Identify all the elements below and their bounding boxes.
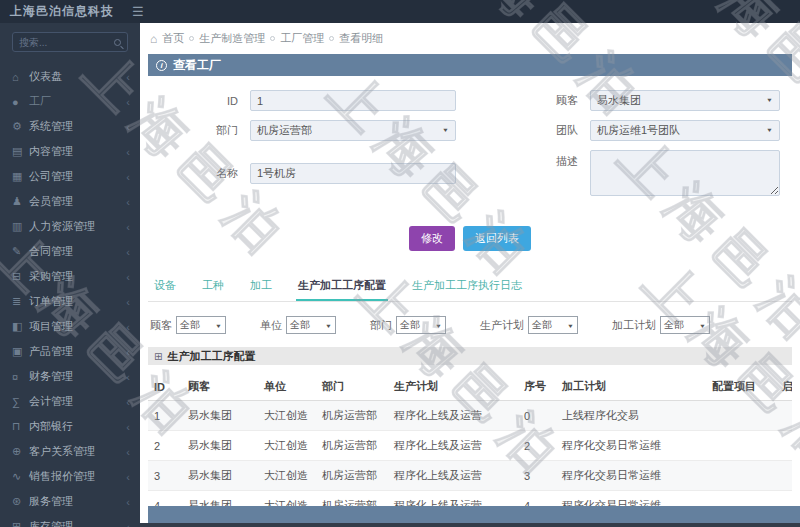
breadcrumb-separator-icon — [189, 36, 194, 41]
sidebar-item[interactable]: ⌂ 仪表盘 ‹ — [0, 64, 140, 89]
sidebar: ⌂ 仪表盘 ‹ ● 工厂 ‹ ⚙ 系统管理 ‹ ▤ 内容管理 ‹ — [0, 23, 140, 527]
sidebar-item-label: 财务管理 — [29, 369, 126, 384]
sidebar-item[interactable]: ▤ 内容管理 ‹ — [0, 139, 140, 164]
back-to-list-button[interactable]: 返回列表 — [463, 226, 531, 251]
filter-select[interactable]: 全部 ▼ — [286, 316, 336, 334]
sidebar-item[interactable]: ⊕ 客户关系管理 ‹ — [0, 439, 140, 464]
sidebar-item[interactable]: ▣ 产品管理 ‹ — [0, 339, 140, 364]
tab[interactable]: 生产加工工序执行日志 — [410, 275, 524, 301]
sidebar-item[interactable]: ≣ 订单管理 ‹ — [0, 289, 140, 314]
caret-down-icon: ▼ — [567, 322, 574, 328]
caret-down-icon: ▼ — [442, 128, 449, 134]
chevron-left-icon: ‹ — [126, 246, 130, 258]
name-input[interactable] — [250, 163, 456, 184]
filter-bar: 顾客 全部 ▼ 单位 全部 ▼ 部门 — [150, 316, 792, 334]
cell-production-plan: 程序化上线及运营 — [388, 461, 518, 491]
sidebar-item-label: 项目管理 — [29, 319, 126, 334]
table-body: 1 易水集团 大江创造 机房运营部 程序化上线及运营 0 上线程序化交易 2 易… — [148, 401, 792, 521]
tab[interactable]: 加工 — [248, 275, 274, 301]
id-label: ID — [150, 95, 238, 107]
sidebar-item[interactable]: ∿ 销售报价管理 ‹ — [0, 464, 140, 489]
quote-icon: ∿ — [12, 470, 29, 483]
sidebar-item[interactable]: ◧ 项目管理 ‹ — [0, 314, 140, 339]
chevron-left-icon: ‹ — [126, 221, 130, 233]
table-section-header: ⊞ 生产加工工序配置 — [148, 347, 792, 365]
chevron-left-icon: ‹ — [126, 346, 130, 358]
hr-icon: ▥ — [12, 220, 29, 233]
customer-select[interactable]: 易水集团 ▼ — [590, 90, 780, 111]
breadcrumb-factory[interactable]: 工厂管理 — [280, 31, 324, 46]
department-value: 机房运营部 — [257, 123, 312, 138]
service-icon: ⊛ — [12, 495, 29, 508]
search-input[interactable] — [19, 37, 114, 48]
tab[interactable]: 工种 — [200, 275, 226, 301]
chevron-left-icon: ‹ — [126, 446, 130, 458]
table-row[interactable]: 3 易水集团 大江创造 机房运营部 程序化上线及运营 3 程序化交易日常运维 — [148, 461, 792, 491]
sidebar-item[interactable]: ⚙ 系统管理 ‹ — [0, 114, 140, 139]
breadcrumb-separator-icon — [329, 36, 334, 41]
cell-processing-plan: 程序化交易日常运维 — [556, 461, 706, 491]
cell-production-plan: 程序化上线及运营 — [388, 401, 518, 431]
sidebar-item[interactable]: ▥ 人力资源管理 ‹ — [0, 214, 140, 239]
cell-sequence: 2 — [518, 431, 556, 461]
cell-customer: 易水集团 — [182, 431, 258, 461]
department-select[interactable]: 机房运营部 ▼ — [250, 120, 456, 141]
col-id: ID — [148, 373, 182, 401]
content-icon: ▤ — [12, 145, 29, 158]
chevron-left-icon: ‹ — [126, 121, 130, 133]
sidebar-item[interactable]: ¤ 财务管理 ‹ — [0, 364, 140, 389]
col-unit: 单位 — [258, 373, 316, 401]
cell-enabled — [776, 461, 792, 491]
caret-down-icon: ▼ — [325, 322, 332, 328]
tab[interactable]: 设备 — [152, 275, 178, 301]
next-section-header-bar — [148, 506, 800, 523]
col-config-item: 配置项目 — [706, 373, 776, 401]
sidebar-item-label: 会员管理 — [29, 194, 126, 209]
filter-value: 全部 — [290, 318, 310, 332]
team-label: 团队 — [456, 123, 578, 138]
sidebar-item-label: 库存管理 — [29, 519, 126, 527]
cell-processing-plan: 程序化交易日常运维 — [556, 431, 706, 461]
sidebar-item-label: 产品管理 — [29, 344, 126, 359]
filter-group: 生产计划 全部 ▼ — [480, 316, 578, 334]
team-select[interactable]: 机房运维1号团队 ▼ — [590, 120, 780, 141]
filter-select[interactable]: 全部 ▼ — [660, 316, 710, 334]
filter-group: 单位 全部 ▼ — [260, 316, 336, 334]
field-description: 描述 — [456, 150, 780, 196]
name-label: 名称 — [150, 166, 238, 181]
col-department: 部门 — [316, 373, 388, 401]
breadcrumb-home[interactable]: 首页 — [162, 31, 184, 46]
chevron-left-icon: ‹ — [126, 521, 130, 527]
sidebar-item[interactable]: ∑ 会计管理 ‹ — [0, 389, 140, 414]
filter-label: 单位 — [260, 318, 282, 333]
filter-select[interactable]: 全部 ▼ — [396, 316, 446, 334]
sidebar-item[interactable]: ♟ 会员管理 ‹ — [0, 189, 140, 214]
sidebar-item[interactable]: ⊛ 服务管理 ‹ — [0, 489, 140, 514]
sidebar-item-label: 工厂 — [29, 94, 126, 109]
sidebar-item[interactable]: ✎ 合同管理 ‹ — [0, 239, 140, 264]
field-customer: 顾客 易水集团 ▼ — [456, 90, 780, 111]
sidebar-item[interactable]: ⊓ 内部银行 ‹ — [0, 414, 140, 439]
chevron-left-icon: ‹ — [126, 396, 130, 408]
factory-detail-panel: i 查看工厂 ID 顾客 易水集团 ▼ 部门 — [148, 54, 792, 251]
sidebar-item[interactable]: ⊞ 库存管理 ‹ — [0, 514, 140, 527]
id-input[interactable] — [250, 90, 456, 111]
table-row[interactable]: 2 易水集团 大江创造 机房运营部 程序化上线及运营 2 程序化交易日常运维 — [148, 431, 792, 461]
cell-unit: 大江创造 — [258, 401, 316, 431]
filter-select[interactable]: 全部 ▼ — [528, 316, 578, 334]
filter-select[interactable]: 全部 ▼ — [176, 316, 226, 334]
hamburger-menu-icon[interactable]: ☰ — [132, 4, 144, 19]
tab[interactable]: 生产加工工序配置 — [296, 275, 388, 301]
col-sequence: 序号 — [518, 373, 556, 401]
breadcrumb-manufacturing[interactable]: 生产制造管理 — [199, 31, 265, 46]
sidebar-item[interactable]: ▦ 公司管理 ‹ — [0, 164, 140, 189]
chevron-left-icon: ‹ — [126, 496, 130, 508]
sidebar-item[interactable]: ● 工厂 ‹ — [0, 89, 140, 114]
sidebar-search[interactable] — [12, 32, 128, 52]
modify-button[interactable]: 修改 — [409, 226, 455, 251]
description-textarea[interactable] — [590, 150, 780, 196]
cell-sequence: 0 — [518, 401, 556, 431]
table-row[interactable]: 1 易水集团 大江创造 机房运营部 程序化上线及运营 0 上线程序化交易 — [148, 401, 792, 431]
field-name: 名称 — [150, 150, 456, 196]
sidebar-item[interactable]: ⊟ 采购管理 ‹ — [0, 264, 140, 289]
